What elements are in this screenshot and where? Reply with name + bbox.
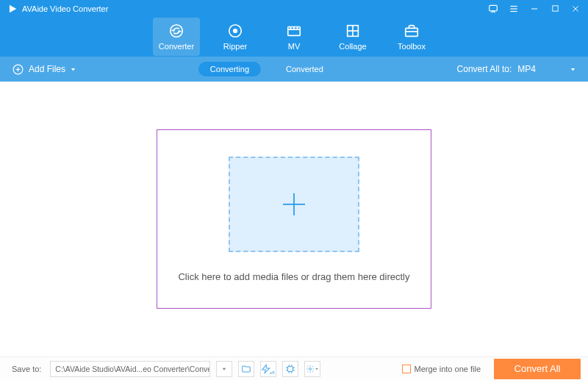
close-icon[interactable] — [570, 4, 581, 14]
drop-zone[interactable]: Click here to add media files or drag th… — [157, 129, 431, 309]
footer-bar: Save to: C:\AVAide Studio\AVAid...eo Con… — [0, 356, 588, 380]
add-files-button[interactable]: Add Files — [12, 63, 76, 76]
svg-marker-41 — [316, 368, 319, 370]
hardware-accel-button[interactable]: off — [260, 361, 276, 377]
folder-icon — [241, 364, 251, 374]
svg-marker-30 — [262, 365, 270, 373]
drop-zone-text: Click here to add media files or drag th… — [178, 271, 409, 282]
save-to-label: Save to: — [12, 365, 41, 373]
open-folder-button[interactable] — [238, 361, 254, 377]
svg-point-16 — [297, 28, 298, 29]
app-title: AVAide Video Converter — [22, 4, 108, 13]
svg-point-11 — [234, 29, 237, 33]
minimize-icon[interactable] — [529, 4, 539, 14]
caret-down-icon — [570, 66, 576, 73]
maximize-icon[interactable] — [550, 4, 560, 14]
merge-checkbox-group[interactable]: Merge into one file — [402, 365, 481, 373]
nav-label: Toolbox — [398, 42, 426, 51]
gpu-button[interactable] — [282, 361, 298, 377]
plus-icon — [279, 190, 309, 219]
sub-toolbar: Add Files Converting Converted Convert A… — [0, 57, 588, 82]
caret-down-icon — [315, 367, 319, 371]
merge-label: Merge into one file — [415, 365, 481, 373]
save-path-dropdown[interactable] — [216, 361, 232, 377]
svg-rect-6 — [552, 6, 557, 11]
svg-marker-26 — [571, 68, 575, 71]
tab-converted[interactable]: Converted — [274, 62, 335, 76]
toolbox-icon — [404, 23, 420, 39]
subbar-tabs: Converting Converted — [76, 62, 457, 76]
feedback-icon[interactable] — [488, 4, 498, 14]
chip-icon — [285, 364, 295, 374]
main-area: Click here to add media files or drag th… — [0, 82, 588, 356]
drop-zone-inner — [229, 157, 359, 252]
nav-toolbox[interactable]: Toolbox — [388, 18, 435, 56]
convert-all-button[interactable]: Convert All — [494, 359, 581, 379]
add-files-label: Add Files — [29, 64, 65, 74]
mv-icon — [286, 23, 302, 39]
convert-all-to-label: Convert All to: — [457, 64, 512, 74]
svg-point-14 — [290, 28, 291, 29]
converter-icon — [168, 23, 184, 39]
gear-icon — [306, 365, 315, 373]
titlebar-controls — [488, 4, 581, 14]
nav-label: Ripper — [223, 42, 247, 51]
menu-icon[interactable] — [509, 4, 519, 14]
nav-converter[interactable]: Converter — [153, 18, 200, 56]
svg-marker-29 — [223, 368, 226, 370]
svg-point-40 — [309, 368, 312, 370]
convert-all-to: Convert All to: MP4 — [457, 64, 576, 74]
svg-rect-1 — [490, 5, 498, 11]
app-logo-icon — [7, 4, 18, 14]
format-dropdown[interactable]: MP4 — [517, 64, 576, 74]
collage-icon — [345, 23, 361, 39]
settings-button[interactable] — [304, 361, 320, 377]
svg-rect-31 — [288, 366, 293, 371]
plus-circle-icon — [12, 63, 24, 76]
nav-collage[interactable]: Collage — [329, 18, 376, 56]
nav-label: Collage — [339, 42, 366, 51]
svg-rect-20 — [406, 28, 418, 36]
nav-label: MV — [288, 42, 301, 51]
caret-down-icon — [221, 366, 227, 372]
format-value: MP4 — [517, 64, 536, 74]
caret-down-icon — [70, 66, 76, 73]
svg-point-15 — [294, 28, 295, 29]
main-navbar: Converter Ripper MV Collage Toolbox — [0, 17, 588, 57]
tab-converting[interactable]: Converting — [198, 62, 261, 76]
nav-ripper[interactable]: Ripper — [212, 18, 259, 56]
titlebar-left: AVAide Video Converter — [7, 4, 108, 14]
svg-marker-25 — [71, 68, 75, 71]
save-path-input[interactable]: C:\AVAide Studio\AVAid...eo Converter\Co… — [50, 361, 210, 377]
svg-marker-0 — [10, 4, 16, 12]
nav-mv[interactable]: MV — [270, 18, 318, 56]
titlebar: AVAide Video Converter — [0, 0, 588, 17]
nav-label: Converter — [159, 42, 194, 51]
ripper-icon — [227, 23, 243, 39]
merge-checkbox[interactable] — [402, 365, 411, 373]
